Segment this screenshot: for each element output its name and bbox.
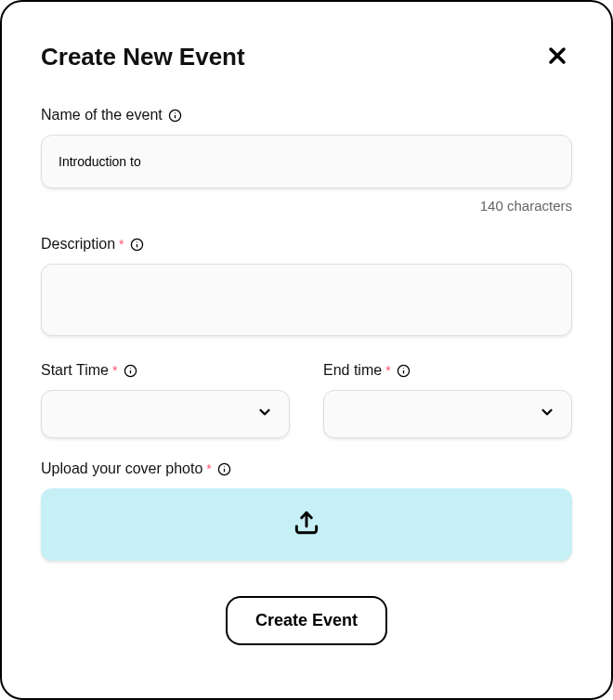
svg-point-16 (224, 466, 225, 467)
modal-header: Create New Event (41, 41, 572, 73)
svg-point-7 (137, 241, 137, 242)
required-marker: * (206, 461, 211, 476)
end-time-select[interactable] (323, 390, 572, 438)
required-marker: * (385, 363, 390, 378)
upload-field-group: Upload your cover photo * (41, 460, 572, 561)
name-field-group: Name of the event 140 characters (41, 107, 572, 214)
info-icon (217, 461, 232, 476)
end-time-label: End time * (323, 362, 572, 379)
close-icon (546, 45, 568, 70)
description-label: Description * (41, 236, 572, 253)
name-label: Name of the event (41, 107, 572, 123)
upload-icon (292, 508, 321, 541)
description-input[interactable] (41, 264, 572, 336)
event-name-input[interactable] (41, 135, 572, 188)
time-row: Start Time * (41, 362, 572, 438)
modal-title: Create New Event (41, 43, 245, 71)
upload-label-text: Upload your cover photo (41, 460, 202, 477)
start-time-select[interactable] (41, 390, 290, 438)
create-event-button[interactable]: Create Event (226, 596, 387, 645)
char-count: 140 characters (41, 198, 572, 214)
required-marker: * (112, 363, 117, 378)
description-label-text: Description (41, 236, 115, 253)
required-marker: * (119, 237, 124, 252)
start-time-label-text: Start Time (41, 362, 109, 379)
end-time-label-text: End time (323, 362, 382, 379)
close-button[interactable] (542, 41, 572, 73)
upload-label: Upload your cover photo * (41, 460, 572, 477)
svg-point-4 (175, 112, 176, 113)
info-icon (168, 108, 183, 123)
info-icon (397, 363, 411, 378)
start-time-group: Start Time * (41, 362, 290, 438)
svg-point-13 (403, 368, 404, 369)
create-event-modal: Create New Event Name of the event 1 (0, 0, 613, 700)
modal-footer: Create Event (41, 596, 572, 645)
end-time-group: End time * (323, 362, 572, 438)
name-label-text: Name of the event (41, 107, 163, 123)
info-icon (123, 363, 137, 378)
info-icon (129, 237, 144, 252)
svg-point-10 (130, 368, 131, 369)
description-field-group: Description * (41, 236, 572, 340)
upload-dropzone[interactable] (41, 488, 572, 561)
start-time-label: Start Time * (41, 362, 290, 379)
